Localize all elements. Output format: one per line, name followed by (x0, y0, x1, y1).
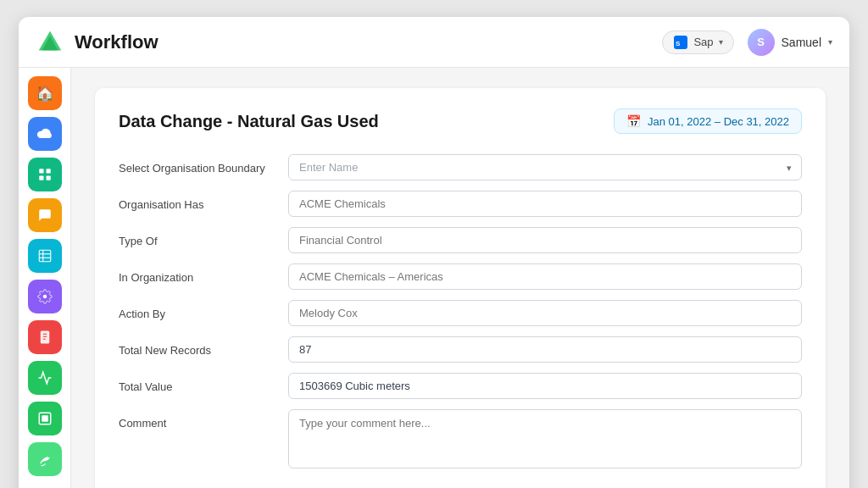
user-menu[interactable]: S Samuel ▾ (748, 29, 832, 56)
textarea-comment[interactable] (288, 409, 802, 469)
sidebar-item-report[interactable] (28, 320, 62, 354)
label-org-has: Organisation Has (119, 191, 288, 211)
label-in-organization: In Organization (119, 263, 288, 284)
form-row-comment: Comment (119, 409, 802, 472)
calendar-icon: 📅 (626, 114, 641, 128)
sap-label: Sap (693, 36, 713, 48)
form-row-total-new-records: Total New Records (119, 336, 802, 363)
label-comment: Comment (119, 409, 288, 430)
label-org-boundary: Select Organisation Boundary (119, 154, 288, 175)
sidebar-item-chat[interactable] (28, 198, 62, 232)
input-org-has[interactable] (288, 191, 802, 217)
field-org-boundary: Enter Name ▾ (288, 154, 802, 180)
select-wrapper-org-boundary: Enter Name ▾ (288, 154, 802, 180)
sidebar: 🏠 (19, 68, 71, 488)
input-type-of[interactable] (288, 227, 802, 253)
svg-rect-13 (40, 331, 49, 344)
input-in-organization[interactable] (288, 263, 802, 290)
select-org-boundary[interactable]: Enter Name (288, 154, 802, 180)
app-screen: Workflow S Sap ▾ S Samuel ▾ (19, 17, 849, 488)
field-in-organization (288, 263, 802, 290)
sidebar-item-home[interactable]: 🏠 (28, 76, 62, 110)
topbar-right: S Sap ▾ S Samuel ▾ (662, 29, 832, 56)
svg-point-12 (42, 295, 47, 299)
card-header: Data Change - Natural Gas Used 📅 Jan 01,… (119, 108, 802, 134)
form-row-total-value: Total Value (119, 373, 802, 399)
app-logo-icon (36, 28, 64, 57)
form: Select Organisation Boundary Enter Name … (119, 154, 802, 472)
user-avatar: S (748, 29, 775, 56)
logo-area: Workflow (36, 28, 662, 57)
input-total-new-records[interactable] (288, 336, 802, 363)
content-area: Data Change - Natural Gas Used 📅 Jan 01,… (71, 68, 849, 488)
topbar: Workflow S Sap ▾ S Samuel ▾ (19, 17, 849, 68)
svg-rect-4 (39, 169, 43, 173)
field-org-has (288, 191, 802, 217)
sidebar-item-workflow[interactable] (28, 402, 62, 435)
sidebar-item-analytics[interactable] (28, 361, 62, 395)
form-row-in-organization: In Organization (119, 263, 802, 290)
page-card: Data Change - Natural Gas Used 📅 Jan 01,… (95, 88, 826, 488)
svg-text:S: S (676, 40, 681, 47)
sidebar-item-settings[interactable] (28, 280, 62, 313)
field-type-of (288, 227, 802, 253)
label-action-by: Action By (119, 300, 288, 320)
user-chevron-icon: ▾ (828, 37, 832, 47)
date-range-badge[interactable]: 📅 Jan 01, 2022 – Dec 31, 2022 (614, 108, 802, 134)
user-name: Samuel (782, 36, 821, 49)
form-row-type-of: Type Of (119, 227, 802, 253)
input-action-by[interactable] (288, 300, 802, 326)
sidebar-item-leaf[interactable] (28, 442, 62, 476)
field-comment (288, 409, 802, 472)
svg-rect-7 (46, 176, 50, 180)
label-type-of: Type Of (119, 227, 288, 247)
app-title: Workflow (75, 31, 159, 53)
field-action-by (288, 300, 802, 326)
field-total-new-records (288, 336, 802, 363)
sap-chevron-icon: ▾ (719, 37, 723, 47)
sidebar-item-grid[interactable] (28, 158, 62, 191)
sidebar-item-table[interactable] (28, 239, 62, 273)
sidebar-item-cloud[interactable] (28, 117, 62, 151)
form-row-action-by: Action By (119, 300, 802, 326)
svg-rect-8 (39, 250, 51, 262)
svg-rect-5 (46, 169, 50, 173)
sap-icon: S (673, 35, 688, 50)
sap-button[interactable]: S Sap ▾ (662, 30, 733, 54)
label-total-new-records: Total New Records (119, 336, 288, 357)
date-range-text: Jan 01, 2022 – Dec 31, 2022 (648, 115, 789, 128)
svg-rect-18 (42, 415, 48, 422)
svg-rect-6 (39, 176, 43, 180)
field-total-value (288, 373, 802, 399)
input-total-value[interactable] (288, 373, 802, 399)
form-row-org-boundary: Select Organisation Boundary Enter Name … (119, 154, 802, 180)
form-row-org-has: Organisation Has (119, 191, 802, 217)
label-total-value: Total Value (119, 373, 288, 393)
page-title: Data Change - Natural Gas Used (119, 112, 379, 131)
main-layout: 🏠 (19, 68, 849, 488)
